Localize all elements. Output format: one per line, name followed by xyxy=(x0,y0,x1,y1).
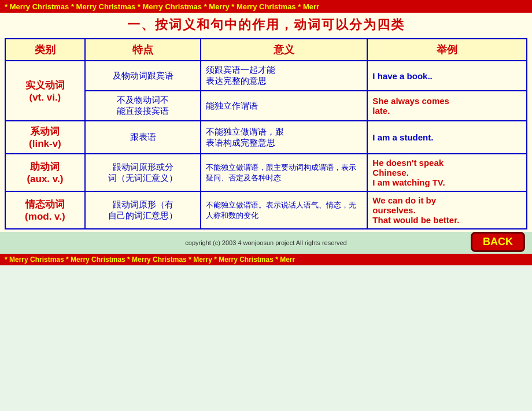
copyright-text: copyright (c) 2003 4 wonjoosun project A… xyxy=(6,239,526,246)
example-cell-2: She always comeslate. xyxy=(367,91,527,121)
meaning-cell-5: 不能独立做谓语。表示说话人语气、情态，无人称和数的变化 xyxy=(201,191,367,229)
example-cell-5: We can do it byourselves.That would be b… xyxy=(367,191,527,229)
xmas-top-banner: * Merry Christmas * Merry Christmas * Me… xyxy=(0,0,532,13)
feature-cell-yuanxing: 跟动词原形（有自己的词汇意思） xyxy=(85,191,201,229)
back-button[interactable]: BACK xyxy=(471,232,525,252)
category-cell-shiyidongci: 实义动词 (vt. vi.) xyxy=(5,61,85,121)
table-row: 系动词 (link-v) 跟表语 不能独立做谓语，跟表语构成完整意思 I am … xyxy=(5,121,527,154)
table-header-row: 类别 特点 意义 举例 xyxy=(5,39,527,61)
col-header-meaning: 意义 xyxy=(201,39,367,61)
meaning-cell-4: 不能独立做谓语，跟主要动词构成谓语，表示疑问、否定及各种时态 xyxy=(201,154,367,191)
col-header-feature: 特点 xyxy=(85,39,201,61)
meaning-cell-3: 不能独立做谓语，跟表语构成完整意思 xyxy=(201,121,367,154)
feature-cell-jiwu: 及物动词跟宾语 xyxy=(85,61,201,91)
table-row: 情态动词 (mod. v.) 跟动词原形（有自己的词汇意思） 不能独立做谓语。表… xyxy=(5,191,527,229)
category-cell-zhudongci: 助动词 (aux. v.) xyxy=(5,154,85,191)
category-cell-qingtaidongci: 情态动词 (mod. v.) xyxy=(5,191,85,229)
feature-cell-bujiwu: 不及物动词不能直接接宾语 xyxy=(85,91,201,121)
example-cell-3: I am a student. xyxy=(367,121,527,154)
col-header-category: 类别 xyxy=(5,39,85,61)
feature-cell-gen: 跟表语 xyxy=(85,121,201,154)
meaning-cell-2: 能独立作谓语 xyxy=(201,91,367,121)
meaning-cell-1: 须跟宾语一起才能表达完整的意思 xyxy=(201,61,367,91)
page-title: 一、按词义和句中的作用，动词可以分为四类 xyxy=(5,16,527,34)
verb-table: 类别 特点 意义 举例 实义动词 (vt. vi.) 及物动词跟宾语 须跟宾语一… xyxy=(5,38,527,229)
feature-cell-genyuanxing: 跟动词原形或分词（无词汇意义） xyxy=(85,154,201,191)
table-row: 助动词 (aux. v.) 跟动词原形或分词（无词汇意义） 不能独立做谓语，跟主… xyxy=(5,154,527,191)
example-cell-4: He doesn't speakChinese.I am watching TV… xyxy=(367,154,527,191)
bottom-area: copyright (c) 2003 4 wonjoosun project A… xyxy=(0,232,532,254)
example-cell-1: I have a book.. xyxy=(367,61,527,91)
col-header-example: 举例 xyxy=(367,39,527,61)
main-content: 一、按词义和句中的作用，动词可以分为四类 类别 特点 意义 举例 实义动词 (v… xyxy=(0,13,532,232)
category-cell-xidongci: 系动词 (link-v) xyxy=(5,121,85,154)
xmas-banner-text: * Merry Christmas * Merry Christmas * Me… xyxy=(5,2,319,11)
xmas-bottom-banner: * Merry Christmas * Merry Christmas * Me… xyxy=(0,254,532,265)
xmas-bottom-text: * Merry Christmas * Merry Christmas * Me… xyxy=(5,256,295,264)
table-row: 实义动词 (vt. vi.) 及物动词跟宾语 须跟宾语一起才能表达完整的意思 I… xyxy=(5,61,527,91)
